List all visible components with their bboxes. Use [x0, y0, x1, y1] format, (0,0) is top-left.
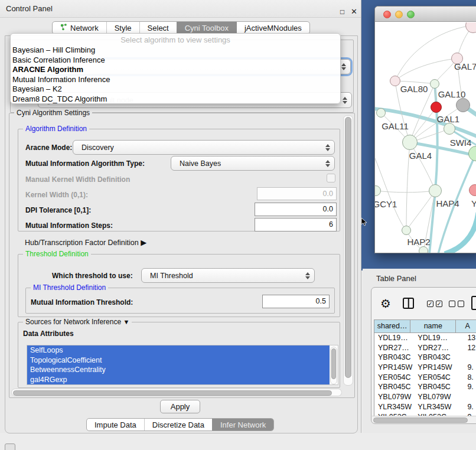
network-node[interactable]	[390, 76, 400, 86]
which-threshold-label: Which threshold to use:	[52, 272, 133, 280]
table-row[interactable]: YLR345WYLR345W9.	[374, 402, 476, 412]
list-item[interactable]: TopologicalCoefficient	[27, 356, 330, 366]
settings-vertical-scrollbar[interactable]	[343, 115, 353, 386]
menu-item-selected[interactable]: ARACNE Algorithm	[11, 65, 340, 75]
table-row[interactable]: YDL19…YDL19…13	[374, 333, 476, 343]
close-traffic-icon[interactable]	[383, 11, 391, 18]
scrollbar-thumb[interactable]	[373, 418, 468, 423]
tab-discretize-data[interactable]: Discretize Data	[144, 419, 212, 431]
columns-icon[interactable]	[403, 298, 414, 309]
scrollbar-thumb[interactable]	[331, 348, 336, 379]
cyni-algorithm-settings-group: Cyni Algorithm Settings Algorithm Defini…	[9, 113, 355, 398]
network-node[interactable]	[419, 246, 428, 253]
table-row[interactable]: YBR045CYBR045C9.	[374, 382, 476, 392]
network-node[interactable]	[376, 108, 386, 118]
close-window-icon[interactable]: ✕	[351, 7, 357, 17]
column-header[interactable]: name	[410, 320, 456, 332]
node-label: HAP2	[407, 237, 430, 247]
zoom-traffic-icon[interactable]	[407, 11, 415, 18]
tab-impute-data[interactable]: Impute Data	[87, 419, 144, 431]
aracne-mode-combobox[interactable]: Discovery	[73, 140, 335, 155]
list-item[interactable]: SelfLoops	[27, 345, 330, 356]
node-label: Y	[471, 198, 476, 208]
menu-item[interactable]: Bayesian – K2	[11, 84, 340, 94]
mi-threshold-field[interactable]: 0.5	[262, 295, 330, 308]
node-attribute-table[interactable]: shared… name A YDL19…YDL19…13 YDR27…YDR2…	[374, 319, 476, 421]
network-node[interactable]	[430, 79, 439, 89]
node-label: HAP4	[436, 198, 459, 208]
network-canvas[interactable]: GAL7 GAL80 GAL10 GAL1 GAL11 SWI4 GAL4 GC…	[375, 22, 476, 253]
expanded-arrow-icon[interactable]: ▼	[123, 318, 129, 325]
list-item[interactable]: gal4RGexp	[27, 375, 330, 385]
list-item[interactable]: BetweennessCentrality	[27, 365, 330, 375]
attributes-scrollbar[interactable]	[330, 347, 337, 384]
minimize-traffic-icon[interactable]	[395, 11, 403, 18]
threshold-definition-title: Threshold Definition	[23, 250, 91, 258]
network-node-selected[interactable]	[431, 102, 442, 113]
node-label: GAL80	[400, 84, 428, 94]
network-node[interactable]	[402, 135, 418, 150]
dpi-tolerance-field[interactable]: 0.0	[255, 203, 337, 216]
control-panel-window: Control Panel □ ✕ Network Style Select C…	[0, 0, 361, 433]
data-attributes-list[interactable]: SelfLoops TopologicalCoefficient Between…	[27, 345, 338, 385]
tab-cyni-toolbox-label: Cyni Toolbox	[185, 24, 229, 32]
tab-jactivemnodules[interactable]: jActiveMNodules	[236, 22, 309, 34]
gear-icon[interactable]: ⚙	[380, 296, 391, 311]
tab-cyni-toolbox[interactable]: Cyni Toolbox	[177, 22, 236, 34]
network-node[interactable]	[456, 98, 470, 112]
sources-title-text: Sources for Network Inference	[25, 318, 121, 326]
table-row[interactable]: YBR043CYBR043C	[374, 353, 476, 363]
float-window-icon[interactable]: □	[340, 7, 344, 17]
node-label: GAL1	[437, 114, 459, 124]
table-row[interactable]: YDR27…YDR27…12	[374, 343, 476, 353]
algorithm-definition-group: Algorithm Definition Aracne Mode: Discov…	[18, 129, 340, 231]
tab-network[interactable]: Network	[53, 22, 106, 34]
settings-horizontal-scrollbar[interactable]	[11, 389, 342, 396]
mi-threshold-label: Mutual Information Threshold:	[31, 298, 133, 306]
collapsed-arrow-icon[interactable]: ▶	[141, 238, 146, 247]
cell: YBR045C	[374, 382, 414, 392]
hub-definition-section[interactable]: Hub/Transcription Factor Definition ▶	[25, 238, 146, 247]
network-node[interactable]	[429, 184, 442, 197]
menu-item[interactable]: Bayesian – Hill Climbing	[11, 45, 340, 56]
document-icon[interactable]	[471, 296, 476, 310]
menu-item[interactable]: Basic Correlation Inference	[11, 56, 340, 66]
tab-infer-network[interactable]: Infer Network	[212, 419, 273, 431]
node-label: SWI4	[450, 138, 472, 148]
control-panel-title: Control Panel	[6, 4, 53, 13]
cell: YDL19…	[414, 333, 464, 343]
which-threshold-combobox[interactable]: MI Threshold	[141, 268, 315, 283]
node-label: GCY1	[375, 199, 397, 209]
network-node[interactable]	[444, 123, 455, 135]
table-row[interactable]: YPR145WYPR145W9.	[374, 363, 476, 373]
mi-steps-field[interactable]: 6	[255, 218, 337, 231]
menu-item[interactable]: Mutual Information Inference	[11, 75, 340, 85]
restore-panel-button[interactable]	[5, 444, 15, 450]
table-row[interactable]: YBL079WYBL079W	[374, 392, 476, 402]
control-panel-titlebar: Control Panel □ ✕	[0, 0, 361, 18]
combo-stepper-icon	[342, 97, 347, 104]
cell: YER054C	[414, 373, 464, 383]
deselect-all-icon[interactable]	[449, 301, 464, 307]
cell: 9.	[464, 382, 476, 392]
column-header[interactable]: shared…	[374, 320, 410, 332]
node-label: GAL11	[382, 121, 409, 131]
manual-kernel-width-checkbox[interactable]	[327, 174, 335, 182]
network-node[interactable]	[402, 226, 411, 235]
menu-item[interactable]: Dream8 DC_TDC Algorithm	[11, 94, 340, 105]
tab-select[interactable]: Select	[139, 22, 177, 34]
select-all-icon[interactable]: ✓ ✓	[427, 301, 442, 307]
tab-jactivemnodules-label: jActiveMNodules	[244, 24, 302, 32]
table-horizontal-scrollbar[interactable]	[372, 416, 476, 423]
table-row[interactable]: YER054CYER054C8.	[374, 373, 476, 383]
checked-box-icon: ✓	[427, 301, 433, 307]
scrollbar-thumb[interactable]	[13, 390, 332, 396]
apply-button[interactable]: Apply	[160, 400, 200, 413]
tab-style[interactable]: Style	[106, 22, 139, 34]
scrollbar-thumb[interactable]	[345, 117, 351, 378]
table-panel-title: Table Panel	[376, 274, 416, 283]
sources-title: Sources for Network Inference ▼	[23, 318, 132, 326]
column-header[interactable]: A	[456, 320, 476, 332]
mi-algorithm-type-combobox[interactable]: Naive Bayes	[171, 156, 335, 171]
kernel-width-field[interactable]: 0.0	[257, 187, 337, 200]
